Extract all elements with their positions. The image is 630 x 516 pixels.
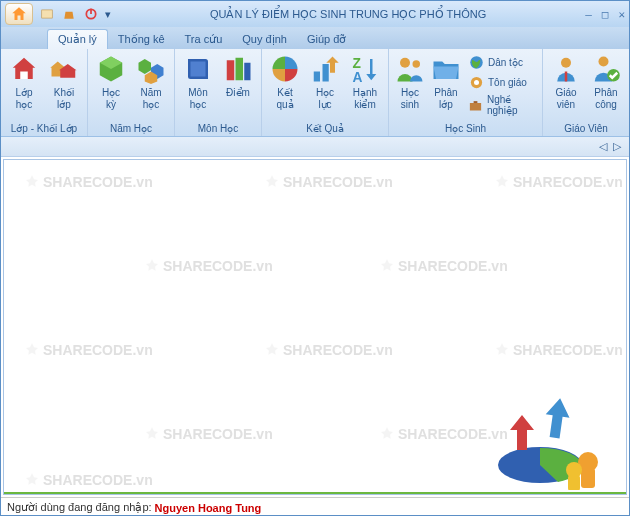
watermark: SHARECODE.vn: [494, 174, 623, 190]
house-red-icon: [8, 53, 40, 85]
dantoc-button[interactable]: Dân tộc: [466, 53, 537, 71]
svg-rect-8: [314, 72, 320, 82]
svg-point-12: [400, 58, 410, 68]
svg-point-20: [599, 57, 609, 67]
tab-quanly[interactable]: Quản lý: [47, 29, 108, 49]
svg-rect-18: [474, 101, 478, 103]
watermark: SHARECODE.vn: [24, 174, 153, 190]
watermark: SHARECODE.vn: [494, 342, 623, 358]
cube-green-icon: [95, 53, 127, 85]
book-blue-icon: [182, 53, 214, 85]
ribbon-group-label: Học Sinh: [392, 122, 539, 136]
status-bar: Người dùng đang đăng nhập: Nguyen Hoang …: [1, 497, 629, 516]
watermark: SHARECODE.vn: [379, 258, 508, 274]
svg-rect-5: [227, 60, 235, 80]
decoration-3d-icon: [470, 380, 620, 492]
svg-rect-0: [42, 10, 53, 18]
ribbon-group-namhoc: Học kỳ Năm học Năm Học: [88, 49, 175, 136]
diem-button[interactable]: Điểm: [218, 51, 258, 101]
watermark: SHARECODE.vn: [24, 342, 153, 358]
minimize-button[interactable]: —: [585, 8, 592, 21]
tab-giupdo[interactable]: Giúp đỡ: [297, 30, 356, 49]
ribbon-group-label: Năm Học: [91, 122, 171, 136]
ribbon-group-label: Giáo Viên: [546, 122, 626, 136]
svg-rect-6: [236, 58, 244, 81]
books-icon: [222, 53, 254, 85]
watermark: SHARECODE.vn: [144, 426, 273, 442]
hocky-button[interactable]: Học kỳ: [91, 51, 131, 112]
ribbon-group-hocsinh: Học sinh Phân lớp Dân tộc Tôn giáo Nghề …: [389, 49, 543, 136]
ribbon-group-label: Môn Học: [178, 122, 258, 136]
globe-icon: [468, 54, 484, 70]
nav-prev-button[interactable]: ◁: [599, 140, 607, 153]
maximize-button[interactable]: □: [602, 8, 609, 21]
teacher-check-icon: [590, 53, 622, 85]
bar-chart-up-icon: [309, 53, 341, 85]
monhoc-button[interactable]: Môn học: [178, 51, 218, 112]
sort-za-icon: ZA: [349, 53, 381, 85]
ribbon-group-label: Lớp - Khối Lớp: [4, 122, 84, 136]
svg-point-13: [413, 60, 421, 68]
pie-chart-icon: [269, 53, 301, 85]
power-icon[interactable]: [83, 6, 99, 22]
hocsinh-button[interactable]: Học sinh: [392, 51, 428, 112]
giaovien-button[interactable]: Giáo viên: [546, 51, 586, 112]
phancong-button[interactable]: Phân công: [586, 51, 626, 112]
users-icon: [394, 53, 426, 85]
titlebar: ▾ QUẢN LÝ ĐIỂM HỌC SINH TRUNG HỌC PHỔ TH…: [1, 1, 629, 27]
svg-rect-9: [323, 64, 329, 82]
qat-icon-1[interactable]: [39, 6, 55, 22]
gear-gold-icon: [468, 74, 484, 90]
ketqua-button[interactable]: Kết quả: [265, 51, 305, 112]
svg-rect-26: [568, 475, 580, 490]
teacher-icon: [550, 53, 582, 85]
watermark: SHARECODE.vn: [24, 472, 153, 488]
tab-tracuu[interactable]: Tra cứu: [175, 30, 233, 49]
svg-rect-7: [244, 63, 250, 81]
ribbon-group-monhoc: Môn học Điểm Môn Học: [175, 49, 262, 136]
qat-icon-2[interactable]: [61, 6, 77, 22]
ribbon-group-lop: Lớp học Khối lớp Lớp - Khối Lớp: [1, 49, 88, 136]
ribbon-group-ketqua: Kết quả Học lực ZA Hạnh kiểm Kết Quả: [262, 49, 389, 136]
green-divider: [4, 492, 626, 494]
close-button[interactable]: ✕: [618, 8, 625, 21]
status-label: Người dùng đang đăng nhập:: [7, 501, 152, 514]
nav-bar: ◁ ▷: [1, 137, 629, 157]
tab-quydinh[interactable]: Quy định: [232, 30, 297, 49]
svg-rect-4: [191, 62, 206, 77]
svg-text:A: A: [353, 70, 363, 85]
home-icon: [10, 5, 28, 23]
ribbon-tabs: Quản lý Thống kê Tra cứu Quy định Giúp đ…: [1, 27, 629, 49]
quick-access-toolbar: ▾: [39, 6, 111, 22]
ribbon-group-giaovien: Giáo viên Phân công Giáo Viên: [543, 49, 629, 136]
tongiao-button[interactable]: Tôn giáo: [466, 73, 537, 91]
watermark: SHARECODE.vn: [144, 258, 273, 274]
khoilop-button[interactable]: Khối lớp: [44, 51, 84, 112]
watermark: SHARECODE.vn: [264, 342, 393, 358]
content-area: SHARECODE.vn SHARECODE.vn SHARECODE.vn S…: [3, 159, 627, 495]
ribbon-group-label: Kết Quả: [265, 122, 385, 136]
namhoc-button[interactable]: Năm học: [131, 51, 171, 112]
home-button[interactable]: [5, 3, 33, 25]
folder-open-icon: [430, 53, 462, 85]
ribbon-small-list: Dân tộc Tôn giáo Nghề nghiệp: [464, 51, 539, 119]
phanlop-button[interactable]: Phân lớp: [428, 51, 464, 112]
hocluc-button[interactable]: Học lực: [305, 51, 345, 112]
svg-point-16: [474, 80, 479, 85]
nghenghiep-button[interactable]: Nghề nghiệp: [466, 93, 537, 117]
houses-icon: [48, 53, 80, 85]
window-title: QUẢN LÝ ĐIỂM HỌC SINH TRUNG HỌC PHỔ THÔN…: [111, 8, 585, 21]
nav-next-button[interactable]: ▷: [613, 140, 621, 153]
svg-rect-24: [581, 468, 595, 488]
cubes-icon: [135, 53, 167, 85]
ribbon: Lớp học Khối lớp Lớp - Khối Lớp Học kỳ N…: [1, 49, 629, 137]
watermark: SHARECODE.vn: [264, 174, 393, 190]
briefcase-icon: [468, 97, 483, 113]
hanhkiem-button[interactable]: ZA Hạnh kiểm: [345, 51, 385, 112]
svg-rect-3: [20, 72, 28, 80]
svg-rect-17: [470, 103, 481, 111]
status-user: Nguyen Hoang Tung: [155, 502, 262, 514]
tab-thongke[interactable]: Thống kê: [108, 30, 175, 49]
lophoc-button[interactable]: Lớp học: [4, 51, 44, 112]
svg-point-19: [561, 58, 571, 68]
